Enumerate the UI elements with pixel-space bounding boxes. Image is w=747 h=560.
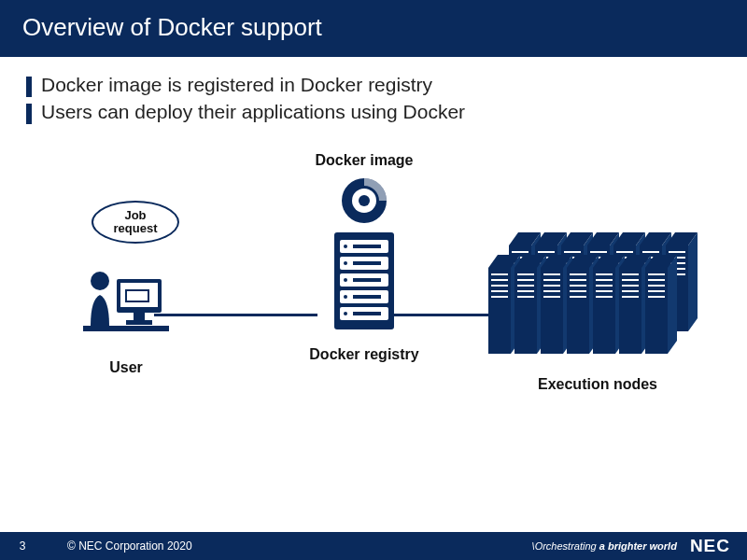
bullet-text: Users can deploy their applications usin… — [41, 101, 465, 123]
copyright-text: © NEC Corporation 2020 — [45, 539, 532, 553]
svg-point-24 — [344, 312, 347, 315]
user-node: User — [65, 253, 187, 376]
exec-nodes-label: Execution nodes — [476, 376, 719, 393]
svg-point-20 — [344, 278, 347, 282]
bullet-mark-icon — [26, 77, 32, 97]
svg-rect-69 — [642, 251, 659, 253]
svg-point-16 — [344, 245, 347, 248]
svg-rect-61 — [616, 251, 633, 253]
registry-label: Docker registry — [289, 346, 439, 363]
svg-rect-96 — [517, 290, 534, 292]
svg-point-9 — [359, 195, 370, 206]
server-cluster-icon — [481, 232, 714, 363]
docker-image-label: Docker image — [289, 152, 439, 169]
svg-rect-21 — [353, 278, 381, 282]
svg-rect-112 — [570, 290, 586, 292]
job-request-callout: Job request — [92, 201, 179, 244]
svg-rect-17 — [353, 245, 381, 248]
bullet-item: Users can deploy their applications usin… — [26, 101, 721, 124]
bullet-item: Docker image is registered in Docker reg… — [26, 74, 721, 97]
architecture-diagram: Job request User Docker image — [0, 143, 747, 479]
tagline-prefix: \Orchestrating — [532, 540, 597, 552]
svg-rect-111 — [570, 285, 586, 287]
user-at-computer-icon — [79, 253, 173, 346]
user-label: User — [65, 359, 187, 376]
svg-rect-86 — [491, 279, 508, 281]
bullet-mark-icon — [26, 104, 32, 124]
svg-rect-87 — [491, 285, 508, 287]
svg-rect-129 — [622, 296, 639, 298]
svg-rect-45 — [564, 251, 581, 253]
svg-rect-37 — [538, 251, 555, 253]
tagline-suffix: a brighter world — [597, 540, 677, 552]
bullet-list: Docker image is registered in Docker reg… — [0, 57, 747, 124]
svg-rect-94 — [517, 279, 534, 281]
svg-rect-121 — [596, 296, 613, 298]
svg-rect-5 — [126, 320, 152, 325]
svg-rect-23 — [353, 295, 381, 299]
footer-bar: 3 © NEC Corporation 2020 \Orchestrating … — [0, 532, 747, 560]
svg-rect-97 — [517, 296, 534, 298]
page-number: 3 — [0, 539, 45, 553]
svg-rect-109 — [570, 273, 586, 275]
svg-rect-95 — [517, 285, 534, 287]
svg-rect-25 — [353, 312, 381, 315]
svg-point-22 — [344, 295, 347, 299]
svg-rect-53 — [590, 251, 607, 253]
svg-rect-117 — [596, 273, 613, 275]
svg-point-0 — [91, 272, 109, 290]
tagline: \Orchestrating a brighter world — [532, 540, 677, 552]
svg-marker-76 — [688, 232, 698, 331]
svg-rect-125 — [622, 273, 639, 275]
svg-rect-1 — [83, 326, 169, 331]
svg-rect-133 — [648, 273, 665, 275]
slide-title-bar: Overview of Docker support — [0, 0, 747, 57]
bullet-text: Docker image is registered in Docker reg… — [41, 74, 432, 96]
svg-rect-136 — [648, 290, 665, 292]
svg-rect-120 — [596, 290, 613, 292]
svg-rect-88 — [491, 290, 508, 292]
svg-marker-132 — [668, 255, 677, 354]
svg-rect-110 — [570, 279, 586, 281]
execution-nodes: Execution nodes — [476, 232, 719, 393]
server-rack-icon — [329, 231, 400, 333]
svg-rect-103 — [543, 285, 560, 287]
svg-rect-102 — [543, 279, 560, 281]
svg-rect-101 — [543, 273, 560, 275]
svg-point-18 — [344, 261, 347, 265]
svg-rect-128 — [622, 290, 639, 292]
slide-title: Overview of Docker support — [22, 13, 322, 41]
svg-rect-77 — [669, 251, 685, 253]
registry-node: Docker image Docke — [289, 152, 439, 363]
job-request-text: Job request — [114, 209, 158, 236]
svg-rect-126 — [622, 279, 639, 281]
svg-rect-89 — [491, 296, 508, 298]
disc-icon — [338, 175, 390, 227]
svg-rect-4 — [134, 313, 145, 320]
svg-rect-104 — [543, 290, 560, 292]
svg-rect-19 — [353, 261, 381, 265]
svg-rect-137 — [648, 296, 665, 298]
svg-rect-29 — [512, 251, 529, 253]
svg-rect-105 — [543, 296, 560, 298]
svg-rect-113 — [570, 296, 586, 298]
svg-rect-93 — [517, 273, 534, 275]
svg-rect-85 — [491, 273, 508, 275]
svg-rect-135 — [648, 285, 665, 287]
svg-rect-118 — [596, 279, 613, 281]
nec-logo: NEC — [690, 536, 747, 556]
svg-rect-119 — [596, 285, 613, 287]
svg-rect-127 — [622, 285, 639, 287]
svg-rect-134 — [648, 279, 665, 281]
